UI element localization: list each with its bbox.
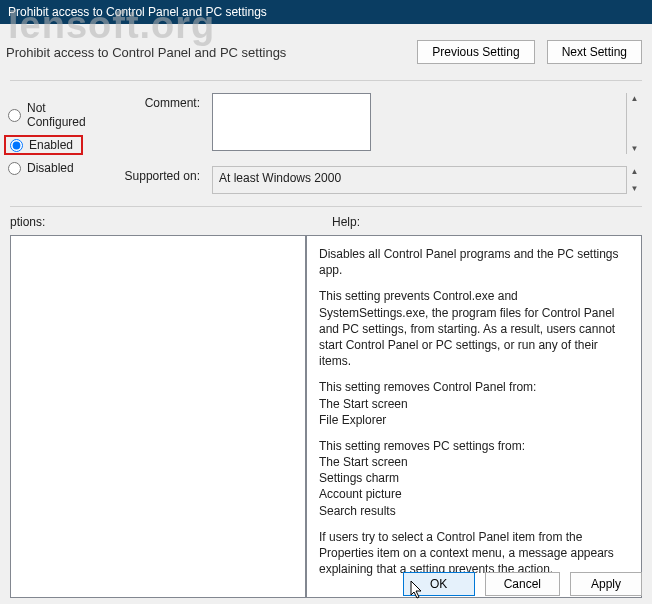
lower-section: ptions: Help: Disables all Control Panel…	[0, 211, 652, 598]
previous-setting-button[interactable]: Previous Setting	[417, 40, 534, 64]
radio-enabled-highlight: Enabled	[4, 135, 83, 155]
next-setting-button[interactable]: Next Setting	[547, 40, 642, 64]
help-p4c: Account picture	[319, 486, 629, 502]
help-p4d: Search results	[319, 503, 629, 519]
radio-column: Not Configured Enabled Disabled	[0, 93, 110, 194]
comment-input[interactable]	[212, 93, 371, 151]
help-p4: This setting removes PC settings from:	[319, 438, 629, 454]
supported-label: Supported on:	[110, 166, 200, 183]
help-column: Help: Disables all Control Panel program…	[306, 211, 642, 598]
ok-button[interactable]: OK	[403, 572, 475, 596]
help-p4a: The Start screen	[319, 454, 629, 470]
radio-not-configured[interactable]: Not Configured	[4, 99, 106, 131]
radio-disabled-label: Disabled	[27, 161, 74, 175]
policy-title: Prohibit access to Control Panel and PC …	[6, 45, 286, 60]
help-label: Help:	[306, 211, 642, 235]
footer-buttons: OK Cancel Apply	[403, 572, 642, 596]
header-row: Prohibit access to Control Panel and PC …	[0, 24, 652, 74]
radio-not-configured-input[interactable]	[8, 109, 21, 122]
cancel-button[interactable]: Cancel	[485, 572, 560, 596]
window-title: Prohibit access to Control Panel and PC …	[8, 5, 267, 19]
fields-column: Comment: ▲ ▼ Supported on: At least Wind…	[110, 93, 642, 194]
help-p3b: File Explorer	[319, 412, 629, 428]
supported-scrollbar[interactable]: ▲ ▼	[626, 166, 642, 194]
supported-value: At least Windows 2000	[219, 171, 341, 185]
apply-button[interactable]: Apply	[570, 572, 642, 596]
previous-setting-label: Previous Setting	[432, 45, 519, 59]
help-p4b: Settings charm	[319, 470, 629, 486]
radio-enabled-input[interactable]	[10, 139, 23, 152]
comment-label: Comment:	[110, 93, 200, 110]
separator	[10, 80, 642, 81]
scroll-up-icon[interactable]: ▲	[627, 93, 642, 104]
apply-label: Apply	[591, 577, 621, 591]
radio-enabled-label: Enabled	[29, 138, 73, 152]
next-setting-label: Next Setting	[562, 45, 627, 59]
title-bar: Prohibit access to Control Panel and PC …	[0, 0, 652, 24]
nav-buttons: Previous Setting Next Setting	[417, 40, 642, 64]
help-p2: This setting prevents Control.exe and Sy…	[319, 288, 629, 369]
comment-scrollbar[interactable]: ▲ ▼	[626, 93, 642, 154]
ok-label: OK	[430, 577, 447, 591]
comment-row: Comment: ▲ ▼	[110, 93, 642, 154]
supported-value-box: At least Windows 2000	[212, 166, 642, 194]
help-textbox[interactable]: Disables all Control Panel programs and …	[306, 235, 642, 598]
options-column: ptions:	[10, 211, 306, 598]
supported-row: Supported on: At least Windows 2000 ▲ ▼	[110, 166, 642, 194]
radio-disabled[interactable]: Disabled	[4, 159, 106, 177]
scroll-up-icon[interactable]: ▲	[627, 166, 642, 177]
cancel-label: Cancel	[504, 577, 541, 591]
upper-section: Not Configured Enabled Disabled Comment:…	[0, 87, 652, 198]
separator	[10, 206, 642, 207]
help-p5: If users try to select a Control Panel i…	[319, 529, 629, 578]
options-box	[10, 235, 306, 598]
options-label: ptions:	[10, 211, 306, 235]
scroll-down-icon[interactable]: ▼	[627, 183, 642, 194]
help-p1: Disables all Control Panel programs and …	[319, 246, 629, 278]
radio-not-configured-label: Not Configured	[27, 101, 102, 129]
help-p3: This setting removes Control Panel from:	[319, 379, 629, 395]
radio-enabled[interactable]: Enabled	[6, 138, 73, 152]
radio-disabled-input[interactable]	[8, 162, 21, 175]
scroll-down-icon[interactable]: ▼	[627, 143, 642, 154]
help-p3a: The Start screen	[319, 396, 629, 412]
